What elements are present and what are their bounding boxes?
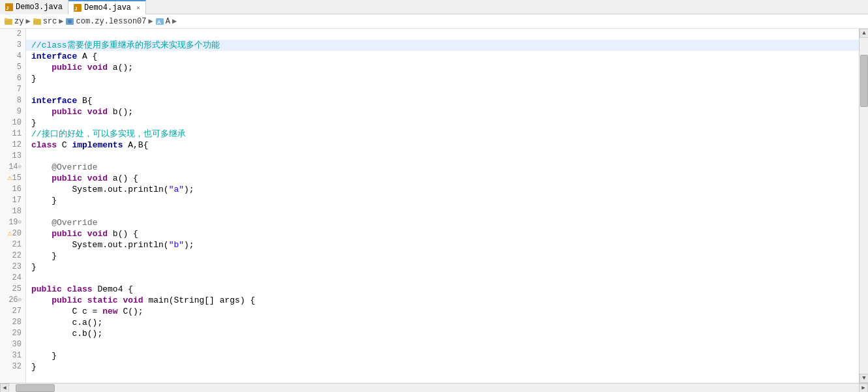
code-line-17: } [26,195,859,206]
svg-point-9 [68,20,72,23]
ln-16: 16 [0,184,25,195]
ln-20: ⚠20 [0,228,25,239]
scroll-left-arrow[interactable]: ◀ [0,384,9,393]
code-line-29: c.b(); [26,328,859,339]
code-line-15: public void a() { [26,173,859,184]
code-line-7 [26,84,859,95]
breadcrumb-sep2: ▶ [59,16,63,26]
ln-19: 19⊖ [0,217,25,228]
code-line-26: public static void main(String[] args) { [26,295,859,306]
ln-5: 5 [0,62,25,73]
code-line-23: } [26,262,859,273]
scroll-thumb[interactable] [860,55,868,107]
code-line-30 [26,339,859,350]
code-line-14: @Override [26,162,859,173]
svg-text:J: J [6,5,9,11]
breadcrumb-sep4: ▶ [172,16,177,26]
scroll-track [9,384,859,393]
svg-rect-5 [5,18,8,20]
svg-text:A: A [157,20,161,26]
ln-7: 7 [0,84,25,95]
folder-icon [4,17,13,26]
java-icon: J [5,3,13,11]
breadcrumb-sep3: ▶ [149,16,153,26]
code-line-13 [26,151,859,162]
ln-26: 26⊖ [0,295,25,306]
code-line-16: System.out.println("a"); [26,184,859,195]
tab-demo4[interactable]: J Demo4.java ✕ [68,0,146,14]
ln-22: 22 [0,250,25,262]
ln-31: 31 [0,350,25,361]
ln-13: 13 [0,151,25,162]
ln-28: 28 [0,317,25,328]
ln-24: 24 [0,273,25,284]
scroll-up-arrow[interactable]: ▲ [860,29,868,38]
scroll-right-arrow[interactable]: ▶ [859,384,868,393]
editor-container: 2 3 4 5 6 7 8 9 10 11 12 13 14⊖ ⚠15 16 1… [0,29,868,383]
code-line-2 [26,29,859,40]
ln-15: ⚠15 [0,173,25,184]
code-lines: //class需要使用多重继承的形式来实现多个功能 interface A { … [26,29,859,372]
ln-23: 23 [0,262,25,273]
code-line-5: public void a(); [26,62,859,73]
horizontal-scrollbar[interactable]: ◀ ▶ [0,383,868,392]
code-line-32: } [26,361,859,372]
code-editor[interactable]: //class需要使用多重继承的形式来实现多个功能 interface A { … [26,29,859,383]
src-icon [33,17,42,26]
ln-32: 32 [0,361,25,372]
code-line-19: @Override [26,217,859,228]
ln-9: 9 [0,106,25,117]
code-line-25: public class Demo4 { [26,284,859,295]
code-line-31: } [26,350,859,361]
breadcrumb: zy ▶ src ▶ com.zy.lesson07 ▶ A A ▶ [0,14,868,29]
ln-11: 11 [0,128,25,140]
code-line-24 [26,273,859,284]
code-line-8: interface B{ [26,95,859,106]
breadcrumb-package[interactable]: com.zy.lesson07 [76,17,146,26]
ln-30: 30 [0,339,25,350]
code-line-22: } [26,250,859,262]
ln-10: 10 [0,117,25,128]
ln-21: 21 [0,239,25,250]
svg-rect-7 [33,18,37,20]
breadcrumb-src[interactable]: src [43,17,57,26]
class-icon: A [155,17,164,26]
breadcrumb-zy[interactable]: zy [14,17,23,26]
breadcrumb-sep1: ▶ [25,16,30,26]
code-line-21: System.out.println("b"); [26,239,859,250]
code-line-12: class C implements A,B{ [26,140,859,151]
scroll-down-arrow[interactable]: ▼ [860,374,868,383]
code-line-11: //接口的好处，可以多实现，也可多继承 [26,128,859,140]
ln-27: 27 [0,306,25,317]
ln-6: 6 [0,73,25,84]
code-line-4: interface A { [26,51,859,62]
code-line-10: } [26,117,859,128]
line-numbers: 2 3 4 5 6 7 8 9 10 11 12 13 14⊖ ⚠15 16 1… [0,29,26,383]
ln-4: 4 [0,51,25,62]
ln-29: 29 [0,328,25,339]
ln-17: 17 [0,195,25,206]
code-line-9: public void b(); [26,106,859,117]
code-line-6: } [26,73,859,84]
ln-8: 8 [0,95,25,106]
svg-text:J: J [74,6,78,12]
code-line-27: C c = new C(); [26,306,859,317]
tab-demo3-label: Demo3.java [16,3,63,12]
ln-2: 2 [0,29,25,40]
ln-12: 12 [0,140,25,151]
tab-bar: J Demo3.java J Demo4.java ✕ [0,0,868,14]
scroll-h-thumb[interactable] [16,384,55,392]
code-line-18 [26,206,859,217]
breadcrumb-class[interactable]: A [166,17,170,26]
code-line-28: c.a(); [26,317,859,328]
ln-18: 18 [0,206,25,217]
java-icon-2: J [74,4,82,12]
ln-3: 3 [0,40,25,51]
ln-25: 25 [0,284,25,295]
tab-close-button[interactable]: ✕ [136,4,140,12]
code-line-3: //class需要使用多重继承的形式来实现多个功能 [26,40,859,51]
package-icon [65,17,74,26]
tab-demo3[interactable]: J Demo3.java [0,0,68,14]
vertical-scrollbar[interactable]: ▲ ▼ [859,29,868,383]
code-line-20: public void b() { [26,228,859,239]
